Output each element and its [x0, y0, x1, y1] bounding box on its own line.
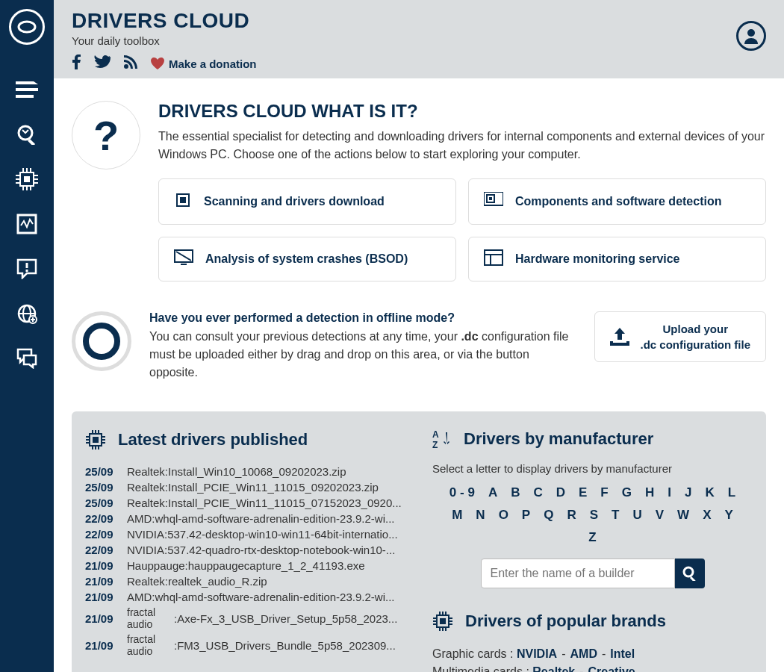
donation-link[interactable]: Make a donation: [151, 57, 257, 70]
letter-Y[interactable]: Y: [724, 508, 732, 523]
sidebar-item-search[interactable]: [0, 112, 54, 157]
letter-M[interactable]: M: [452, 508, 462, 523]
letter-G[interactable]: G: [622, 485, 632, 500]
svg-text:Z: Z: [432, 440, 438, 449]
driver-date: 22/09: [85, 544, 121, 556]
driver-link[interactable]: Realtek:Install_PCIE_Win11_11015_0715202…: [127, 497, 419, 509]
brand-link[interactable]: Intel: [610, 647, 635, 660]
driver-link[interactable]: AMD:whql-amd-software-adrenalin-edition-…: [127, 591, 419, 603]
brand-link[interactable]: Realtek: [532, 665, 575, 672]
letter-E[interactable]: E: [579, 485, 587, 500]
action-card-0[interactable]: Scanning and drivers download: [158, 178, 456, 225]
action-label: Components and software detection: [515, 195, 721, 208]
driver-link[interactable]: NVIDIA:537.42-quadro-rtx-desktop-noteboo…: [127, 544, 419, 556]
logo-icon[interactable]: [9, 9, 45, 45]
builder-search-button[interactable]: [675, 559, 705, 588]
brand-row: Graphic cards : NVIDIA-AMD-Intel: [432, 645, 753, 663]
letter-Q[interactable]: Q: [544, 508, 553, 523]
avatar-icon[interactable]: [736, 21, 766, 51]
letter-I[interactable]: I: [668, 485, 671, 500]
driver-link[interactable]: AMD:whql-amd-software-adrenalin-edition-…: [127, 512, 419, 525]
svg-rect-21: [26, 263, 28, 268]
letter-T[interactable]: T: [612, 508, 619, 523]
action-icon: [174, 249, 193, 269]
svg-point-27: [124, 64, 128, 69]
sidebar-item-alert[interactable]: [0, 246, 54, 291]
svg-rect-2: [16, 88, 38, 91]
upload-button[interactable]: Upload your.dc configuration file: [594, 311, 766, 362]
driver-mfr: fractal audio: [127, 633, 168, 657]
letter-0-9[interactable]: 0 - 9: [449, 485, 475, 500]
sidebar-item-monitor[interactable]: [0, 202, 54, 246]
letter-U[interactable]: U: [632, 508, 641, 523]
brand-link[interactable]: AMD: [570, 647, 597, 660]
driver-date: 25/09: [85, 481, 121, 494]
letter-Z[interactable]: Z: [588, 530, 596, 545]
driver-link[interactable]: Realtek:realtek_audio_R.zip: [127, 575, 419, 588]
facebook-icon[interactable]: [72, 55, 81, 72]
sidebar-item-lines[interactable]: [0, 67, 54, 112]
letter-S[interactable]: S: [590, 508, 598, 523]
svg-rect-1: [16, 81, 34, 84]
driver-mfr: fractal audio: [127, 606, 168, 630]
driver-link[interactable]: Realtek:Install_PCIE_Win11_11015_0920202…: [127, 481, 419, 494]
offline-body: You can consult your previous detections…: [149, 328, 576, 382]
driver-link[interactable]: :Axe-Fx_3_USB_Driver_Setup_5p58_2023...: [174, 612, 419, 625]
driver-date: 21/09: [85, 559, 121, 572]
offline-icon: [72, 311, 131, 371]
manufacturer-title: AZ Drivers by manufacturer: [432, 429, 753, 449]
brand-link[interactable]: Creative: [588, 665, 635, 672]
letter-A[interactable]: A: [488, 485, 497, 500]
rss-icon[interactable]: [124, 55, 137, 72]
builder-search-input[interactable]: [481, 559, 675, 588]
letter-K[interactable]: K: [705, 485, 714, 500]
chip-icon: [85, 429, 106, 450]
offline-title: Have you ever performed a detection in o…: [149, 311, 576, 325]
letter-V[interactable]: V: [656, 508, 664, 523]
header: DRIVERS CLOUD Your daily toolbox Make a …: [54, 0, 784, 78]
letter-H[interactable]: H: [645, 485, 654, 500]
action-card-1[interactable]: Components and software detection: [468, 178, 766, 225]
svg-rect-20: [18, 215, 36, 233]
svg-line-36: [176, 252, 191, 261]
header-subtitle: Your daily toolbox: [72, 34, 766, 47]
twitter-icon[interactable]: [94, 55, 111, 72]
letter-R[interactable]: R: [567, 508, 576, 523]
action-label: Analysis of system crashes (BSOD): [205, 252, 408, 266]
letter-C[interactable]: C: [533, 485, 542, 500]
letter-B[interactable]: B: [511, 485, 520, 500]
letter-N[interactable]: N: [476, 508, 485, 523]
svg-rect-33: [489, 197, 492, 200]
driver-link[interactable]: Hauppauge:hauppaugecapture_1_2_41193.exe: [127, 559, 419, 572]
chip-icon: [432, 611, 453, 632]
action-icon: [174, 191, 192, 212]
action-label: Hardware monitoring service: [515, 252, 680, 266]
letter-X[interactable]: X: [703, 508, 711, 523]
svg-rect-30: [180, 197, 186, 203]
sidebar-item-globe[interactable]: [0, 291, 54, 336]
driver-date: 25/09: [85, 465, 121, 478]
header-title: DRIVERS CLOUD: [72, 9, 766, 33]
driver-date: 22/09: [85, 512, 121, 525]
action-card-2[interactable]: Analysis of system crashes (BSOD): [158, 237, 456, 281]
letter-F[interactable]: F: [600, 485, 608, 500]
letter-O[interactable]: O: [499, 508, 508, 523]
letter-P[interactable]: P: [522, 508, 530, 523]
letter-D[interactable]: D: [556, 485, 565, 500]
letter-W[interactable]: W: [677, 508, 689, 523]
svg-rect-59: [440, 618, 446, 624]
driver-link[interactable]: NVIDIA:537.42-desktop-win10-win11-64bit-…: [127, 528, 419, 541]
svg-rect-35: [181, 264, 187, 265]
brand-link[interactable]: NVIDIA: [517, 647, 557, 660]
letter-L[interactable]: L: [728, 485, 735, 500]
action-card-3[interactable]: Hardware monitoring service: [468, 237, 766, 281]
letter-J[interactable]: J: [685, 485, 691, 500]
sidebar-item-chat[interactable]: [0, 336, 54, 381]
driver-date: 21/09: [85, 591, 121, 603]
driver-link[interactable]: Realtek:Install_Win10_10068_09202023.zip: [127, 465, 419, 478]
svg-rect-7: [24, 176, 30, 182]
sidebar: [0, 0, 54, 672]
sidebar-item-chip[interactable]: [0, 157, 54, 202]
action-icon: [484, 249, 503, 269]
driver-link[interactable]: :FM3_USB_Drivers_Bundle_5p58_202309...: [174, 639, 419, 652]
